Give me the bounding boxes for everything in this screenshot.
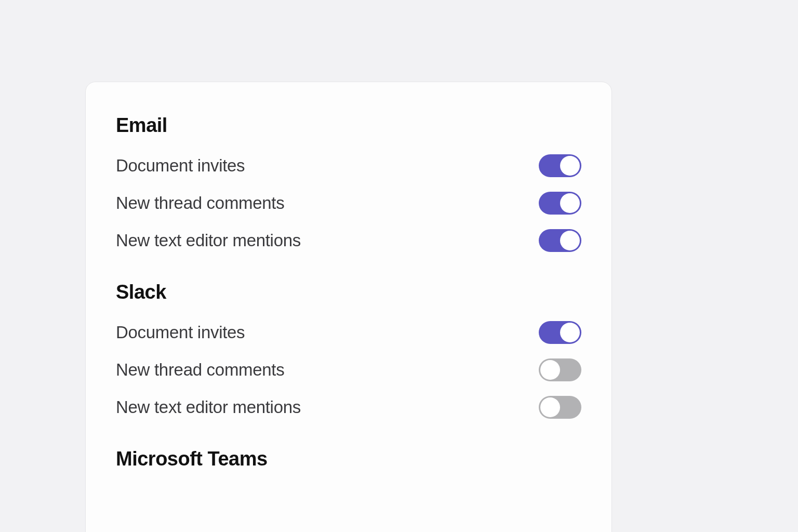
toggle-knob <box>560 156 580 176</box>
section-title-email: Email <box>116 114 581 137</box>
row-label: New thread comments <box>116 193 284 213</box>
row-slack-new-thread-comments: New thread comments <box>116 358 581 381</box>
notification-settings-card: Email Document invites New thread commen… <box>85 82 612 532</box>
toggle-slack-new-thread-comments[interactable] <box>539 358 581 381</box>
row-slack-document-invites: Document invites <box>116 321 581 344</box>
row-label: Document invites <box>116 156 245 176</box>
toggle-knob <box>540 397 560 417</box>
section-title-microsoft-teams: Microsoft Teams <box>116 448 581 470</box>
toggle-email-new-thread-comments[interactable] <box>539 192 581 215</box>
toggle-email-new-text-editor-mentions[interactable] <box>539 229 581 252</box>
row-label: Document invites <box>116 323 245 342</box>
section-title-slack: Slack <box>116 281 581 303</box>
section-microsoft-teams: Microsoft Teams <box>116 448 581 470</box>
toggle-email-document-invites[interactable] <box>539 154 581 177</box>
toggle-knob <box>560 231 580 250</box>
row-email-new-text-editor-mentions: New text editor mentions <box>116 229 581 252</box>
toggle-knob <box>540 360 560 380</box>
section-slack: Slack Document invites New thread commen… <box>116 281 581 419</box>
row-email-new-thread-comments: New thread comments <box>116 192 581 215</box>
toggle-slack-new-text-editor-mentions[interactable] <box>539 396 581 419</box>
toggle-knob <box>560 193 580 213</box>
row-label: New text editor mentions <box>116 397 301 417</box>
section-email: Email Document invites New thread commen… <box>116 114 581 252</box>
row-slack-new-text-editor-mentions: New text editor mentions <box>116 396 581 419</box>
toggle-knob <box>560 323 580 342</box>
row-label: New text editor mentions <box>116 231 301 250</box>
toggle-slack-document-invites[interactable] <box>539 321 581 344</box>
row-email-document-invites: Document invites <box>116 154 581 177</box>
row-label: New thread comments <box>116 360 284 380</box>
